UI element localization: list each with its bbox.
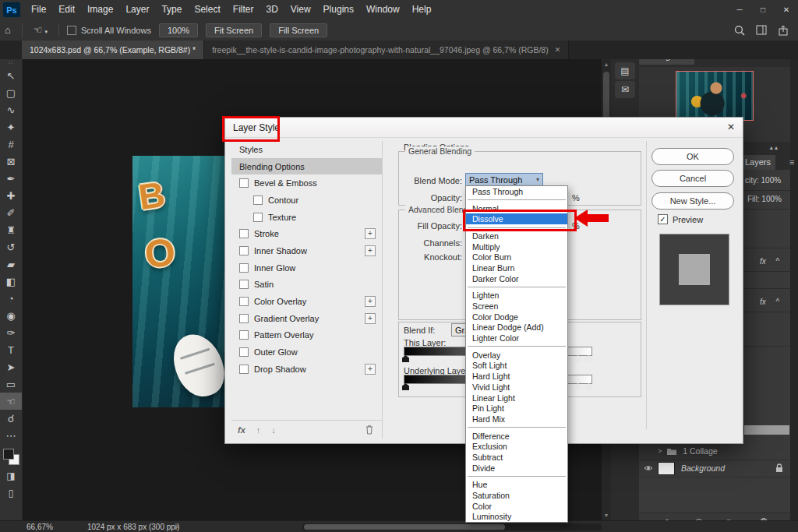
frame-tool[interactable]: ⊠: [0, 153, 22, 170]
horizontal-scroll-thumb[interactable]: [304, 524, 505, 530]
blend-mode-option-luminosity[interactable]: Luminosity: [466, 512, 567, 523]
layers-selected-bar[interactable]: [744, 425, 789, 435]
style-item-satin[interactable]: Satin +: [231, 277, 382, 294]
marquee-tool[interactable]: ▢: [0, 84, 22, 101]
add-instance-icon[interactable]: +: [365, 228, 376, 239]
screen-mode-button[interactable]: ▯: [0, 484, 22, 502]
style-item-bevel-emboss[interactable]: Bevel & Emboss +: [231, 174, 382, 192]
brush-tool[interactable]: ✐: [0, 204, 22, 221]
style-checkbox[interactable]: [239, 314, 249, 323]
pen-tool[interactable]: ✑: [0, 324, 22, 341]
fx-collapse-icon[interactable]: ^: [776, 298, 780, 306]
blend-mode-option-hard-mix[interactable]: Hard Mix: [466, 414, 567, 425]
style-item-inner-shadow[interactable]: Inner Shadow +: [231, 242, 382, 259]
dialog-close-icon[interactable]: ✕: [727, 122, 735, 132]
style-item-stroke[interactable]: Stroke +: [231, 225, 382, 242]
canvas-horizontal-scrollbar[interactable]: [302, 523, 602, 530]
style-checkbox[interactable]: [239, 365, 249, 374]
blend-mode-option-pin-light[interactable]: Pin Light: [466, 403, 567, 414]
blend-mode-option-linear-burn[interactable]: Linear Burn: [466, 262, 567, 273]
fill-field[interactable]: Fill: 100%: [747, 195, 796, 203]
crop-tool[interactable]: #: [0, 136, 22, 153]
style-item-texture[interactable]: Texture +: [231, 209, 382, 226]
fx-collapse-icon[interactable]: ^: [776, 257, 780, 266]
blend-mode-option-color-dodge[interactable]: Color Dodge: [466, 312, 567, 322]
type-tool[interactable]: T: [0, 341, 22, 358]
comments-panel-icon[interactable]: ✉: [615, 81, 635, 98]
style-item-gradient-overlay[interactable]: Gradient Overlay +: [231, 310, 382, 327]
style-item-pattern-overlay[interactable]: Pattern Overlay +: [231, 327, 382, 344]
document-tab-1[interactable]: 798x532.psd @ 66,7% (Example, RGB/8#) *: [22, 41, 204, 59]
blend-mode-option-separator[interactable]: [466, 197, 567, 203]
fill-screen-button[interactable]: Fill Screen: [270, 23, 327, 37]
document-tab-2[interactable]: freepik__the-style-is-candid-image-photo…: [204, 41, 569, 59]
cancel-button[interactable]: Cancel: [651, 170, 734, 187]
blend-mode-option-lighten[interactable]: Lighten: [466, 291, 567, 301]
delete-effect-icon[interactable]: [365, 425, 374, 435]
path-selection-tool[interactable]: ➤: [0, 358, 22, 375]
scroll-up-icon[interactable]: ▴: [602, 61, 611, 68]
document-canvas[interactable]: B O: [132, 156, 227, 407]
menu-item-window[interactable]: Window: [360, 0, 406, 19]
menu-item-select[interactable]: Select: [188, 0, 226, 19]
blend-mode-option-darker-color[interactable]: Darker Color: [466, 273, 567, 284]
style-checkbox[interactable]: [239, 280, 249, 289]
blend-mode-option-separator[interactable]: [466, 474, 567, 480]
style-checkbox[interactable]: [239, 330, 249, 340]
menu-item-file[interactable]: File: [25, 0, 52, 19]
zoom-level-field[interactable]: 66,67%: [26, 523, 53, 531]
blend-mode-option-divide[interactable]: Divide: [466, 463, 567, 474]
style-item-drop-shadow[interactable]: Drop Shadow +: [231, 361, 382, 378]
preview-checkbox[interactable]: ✓: [658, 214, 668, 224]
menu-item-image[interactable]: Image: [81, 0, 119, 19]
opacity-field[interactable]: city: 100%: [745, 176, 793, 185]
menu-item-help[interactable]: Help: [406, 0, 438, 19]
style-item-color-overlay[interactable]: Color Overlay +: [231, 293, 382, 310]
fx-menu-icon[interactable]: fx: [238, 425, 245, 435]
style-checkbox[interactable]: [239, 347, 249, 357]
visibility-eye-icon[interactable]: [639, 464, 658, 472]
blend-mode-option-linear-dodge-add[interactable]: Linear Dodge (Add): [466, 322, 567, 333]
blend-mode-option-subtract[interactable]: Subtract: [466, 452, 567, 463]
status-chevron-icon[interactable]: >: [175, 523, 179, 531]
add-instance-icon[interactable]: +: [365, 364, 376, 375]
toolbar-grip[interactable]: ∷: [0, 59, 22, 67]
search-icon[interactable]: [734, 25, 745, 36]
style-checkbox[interactable]: [239, 246, 249, 255]
lasso-tool[interactable]: ∿: [0, 101, 22, 118]
blend-mode-option-color[interactable]: Color: [466, 501, 567, 512]
style-item-contour[interactable]: Contour +: [231, 192, 382, 209]
object-selection-tool[interactable]: ✦: [0, 118, 22, 136]
foreground-color-swatch[interactable]: [3, 449, 14, 460]
navigator-thumbnail[interactable]: [676, 72, 753, 120]
style-checkbox[interactable]: [239, 229, 249, 238]
menu-item-layer[interactable]: Layer: [119, 0, 155, 19]
style-item-blending-options[interactable]: Blending Options +: [231, 158, 382, 175]
move-tool[interactable]: ↖: [0, 67, 22, 84]
background-layer-row[interactable]: Background: [639, 460, 790, 477]
gradient-tool[interactable]: ◧: [0, 273, 22, 290]
clone-stamp-tool[interactable]: ♜: [0, 221, 22, 238]
blend-mode-option-hue[interactable]: Hue: [466, 480, 567, 491]
quick-mask-button[interactable]: ◨: [0, 467, 22, 484]
blend-mode-option-exclusion[interactable]: Exclusion: [466, 441, 567, 452]
blend-mode-option-color-burn[interactable]: Color Burn: [466, 252, 567, 262]
blend-mode-option-separator[interactable]: [466, 344, 567, 350]
move-effect-down-icon[interactable]: ↓: [271, 425, 276, 435]
menu-item-type[interactable]: Type: [155, 0, 188, 19]
blend-mode-option-overlay[interactable]: Overlay: [466, 350, 567, 361]
menu-item-3d[interactable]: 3D: [260, 0, 284, 19]
menu-item-plugins[interactable]: Plugins: [317, 0, 360, 19]
style-checkbox[interactable]: [253, 196, 263, 205]
edit-toolbar-button[interactable]: ⋯: [0, 427, 22, 444]
blend-mode-option-multiply[interactable]: Multiply: [466, 241, 567, 252]
tab-layers[interactable]: Layers: [742, 155, 775, 170]
blend-mode-option-hard-light[interactable]: Hard Light: [466, 371, 567, 382]
blend-mode-option-difference[interactable]: Difference: [466, 431, 567, 442]
style-item-styles[interactable]: Styles +: [231, 141, 382, 158]
blend-mode-select[interactable]: Pass Through ▾: [465, 173, 543, 186]
style-checkbox[interactable]: [253, 213, 263, 222]
blend-mode-option-linear-light[interactable]: Linear Light: [466, 393, 567, 403]
zoom-100-button[interactable]: 100%: [159, 23, 198, 37]
blend-mode-option-separator[interactable]: [466, 425, 567, 431]
